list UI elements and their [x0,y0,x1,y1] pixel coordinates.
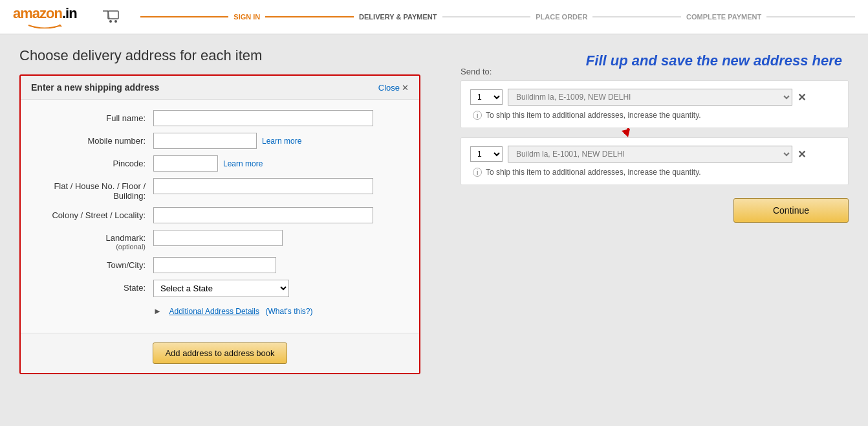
right-panel: Send to: 123 Buildinm la, E-1009, NEW DE… [461,67,849,223]
landmark-input-wrap [153,230,406,246]
info-icon-1: i [473,111,482,120]
pincode-input[interactable] [153,155,218,172]
state-select[interactable]: Select a State Andhra Pradesh Delhi Karn… [153,280,289,297]
additional-address-link[interactable]: Additional Address Details [169,307,259,316]
chevron-right-icon: ► [153,306,162,316]
colony-input-wrap [153,207,406,223]
cart-icon[interactable] [103,9,121,25]
svg-point-3 [109,20,112,23]
flat-input[interactable] [153,178,373,194]
close-x-icon: ✕ [402,83,409,93]
mobile-input-wrap: Learn more [153,133,406,149]
ship-info-2: i To ship this item to additional addres… [470,168,839,177]
svg-rect-1 [108,11,118,19]
step-complete-payment: COMPLETE PAYMENT [681,13,766,21]
pincode-label: Pincode: [34,155,153,168]
state-row: State: Select a State Andhra Pradesh Del… [34,280,406,297]
logo-smile-icon [25,22,64,28]
qty-select-1[interactable]: 123 [470,89,503,105]
progress-line-2 [265,16,354,17]
town-row: Town/City: [34,257,406,273]
page-title: Choose delivery address for each item [19,47,849,64]
address-select-2[interactable]: Buildm la, E-1001, NEW DELHI [508,146,792,163]
landmark-input[interactable] [153,230,283,246]
continue-wrap: Continue [461,198,849,223]
continue-button[interactable]: Continue [733,198,849,223]
town-input-wrap [153,257,406,273]
colony-label: Colony / Street / Locality: [34,207,153,220]
info-icon-2: i [473,168,482,177]
site-header: amazon.in SIGN IN DELIVERY & PAYMENT PLA… [0,0,868,34]
item-row-2: 123 Buildm la, E-1001, NEW DELHI ✕ i To … [461,137,849,185]
state-input-wrap: Select a State Andhra Pradesh Delhi Karn… [153,280,406,297]
landmark-label: Landmark: (optional) [34,230,153,251]
progress-line-4 [592,16,681,17]
landmark-row: Landmark: (optional) [34,230,406,251]
svg-point-4 [114,20,117,23]
logo: amazon.in [13,5,77,28]
full-name-row: Full name: [34,110,406,126]
progress-line-5 [766,16,855,17]
close-label: Close [378,83,400,93]
full-name-label: Full name: [34,110,153,123]
logo-text: amazon.in [13,5,77,22]
item-2-top: 123 Buildm la, E-1001, NEW DELHI ✕ [470,146,839,163]
step-signin: SIGN IN [228,13,265,21]
svg-marker-0 [60,24,62,27]
whats-this-text: (What's this?) [266,307,313,316]
form-title: Enter a new shipping address [31,82,159,93]
mobile-row: Mobile number: Learn more [34,133,406,149]
item-1-top: 123 Buildinm la, E-1009, NEW DELHI ✕ [470,89,839,106]
pincode-learn-more-link[interactable]: Learn more [223,159,263,168]
flat-label: Flat / House No. / Floor / Building: [34,178,153,201]
new-address-form: Enter a new shipping address Close ✕ Ful… [19,74,420,374]
additional-address-row: ► Additional Address Details (What's thi… [34,304,406,322]
ship-info-1: i To ship this item to additional addres… [470,111,839,120]
full-name-input[interactable] [153,110,373,126]
town-label: Town/City: [34,257,153,270]
qty-select-2[interactable]: 123 [470,146,503,162]
mobile-input[interactable] [153,133,257,149]
close-button[interactable]: Close ✕ [378,83,409,93]
state-label: State: [34,280,153,293]
main-content: Fill up and save the new address here Ch… [0,34,868,387]
flat-input-wrap [153,178,406,194]
form-header: Enter a new shipping address Close ✕ [21,76,419,100]
remove-button-2[interactable]: ✕ [797,148,806,161]
item-row-1: 123 Buildinm la, E-1009, NEW DELHI ✕ i T… [461,80,849,128]
progress-line-1 [140,16,229,17]
checkout-progress: SIGN IN DELIVERY & PAYMENT PLACE ORDER C… [140,13,855,21]
form-body: Full name: Mobile number: Learn more Pin… [21,100,419,333]
step-place-order: PLACE ORDER [530,13,592,21]
mobile-label: Mobile number: [34,133,153,146]
add-address-button[interactable]: Add address to address book [153,342,287,364]
ship-info-text-2: To ship this item to additional addresse… [486,168,701,177]
ship-info-text-1: To ship this item to additional addresse… [486,111,701,120]
form-footer: Add address to address book [21,333,419,373]
town-input[interactable] [153,257,276,273]
mobile-learn-more-link[interactable]: Learn more [262,137,301,146]
pincode-row: Pincode: Learn more [34,155,406,172]
colony-input[interactable] [153,207,373,223]
remove-button-1[interactable]: ✕ [797,91,806,104]
pincode-input-wrap: Learn more [153,155,406,172]
address-select-1[interactable]: Buildinm la, E-1009, NEW DELHI [508,89,792,106]
colony-row: Colony / Street / Locality: [34,207,406,223]
full-name-input-wrap [153,110,406,126]
cart-svg-icon [103,9,121,25]
flat-row: Flat / House No. / Floor / Building: [34,178,406,201]
step-delivery: DELIVERY & PAYMENT [354,13,442,21]
progress-line-3 [442,16,531,17]
send-to-label: Send to: [461,67,849,76]
